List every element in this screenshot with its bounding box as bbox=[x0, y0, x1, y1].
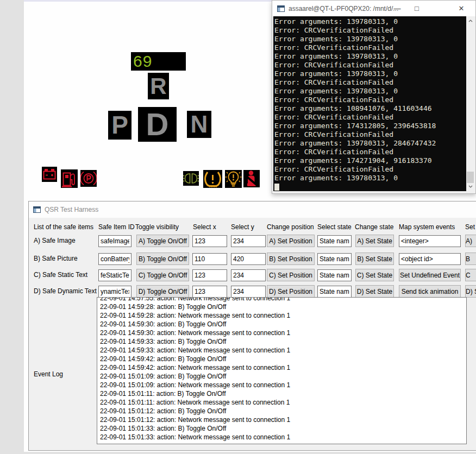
terminal-line: Error arguments: 139780313, 0 bbox=[274, 174, 466, 182]
row-label: C) Safe Static Text bbox=[34, 269, 87, 281]
column-header-map-system-events: Map system events bbox=[399, 223, 455, 231]
column-header-change-state: Change state bbox=[355, 223, 393, 231]
column-header-change-position: Change position bbox=[267, 223, 314, 231]
table-row-safe-dynamic-text: D) Safe Dynamic Text D) Toggle On/Off D)… bbox=[29, 285, 476, 298]
select-y-input[interactable] bbox=[231, 286, 266, 298]
gear-indicator-park: P bbox=[108, 111, 131, 140]
scrollbar-thumb[interactable] bbox=[467, 172, 474, 183]
map-event-input[interactable] bbox=[399, 253, 461, 265]
event-log-line: 22-09-01 14:59:28: action: Network messa… bbox=[100, 311, 466, 320]
column-header-toggle: Toggle visibility bbox=[135, 223, 179, 231]
event-log-line: 22-09-01 14:59:30: action: Network messa… bbox=[100, 329, 466, 337]
event-log-line: 22-09-01 15:01:11: action: Network messa… bbox=[100, 398, 466, 407]
item-id-input[interactable] bbox=[98, 269, 131, 281]
terminal-line: Error arguments: 108941076, 411603446 bbox=[274, 104, 466, 113]
set-s-button-clipped[interactable]: D) S bbox=[465, 285, 476, 298]
terminal-titlebar[interactable]: assaarel@QT-L-PF0QPX20: /mnt/d/... — □ ✕ bbox=[272, 1, 475, 16]
set-state-button[interactable]: A) Set State bbox=[355, 235, 394, 247]
terminal-line: Error: CRCVerificationFailed bbox=[274, 130, 466, 139]
column-header-list: List of the safe items bbox=[34, 223, 93, 231]
terminal-output[interactable]: Error arguments: 139780313, 0Error: CRCV… bbox=[273, 16, 466, 191]
set-position-button[interactable]: B) Set Position bbox=[267, 253, 315, 265]
set-state-button[interactable]: D) Set State bbox=[355, 285, 394, 298]
event-log-line: 22-09-01 14:59:42: action: Network messa… bbox=[100, 363, 466, 372]
scroll-down-icon[interactable] bbox=[466, 182, 474, 191]
toggle-visibility-button[interactable]: A) Toggle On/Off bbox=[136, 235, 189, 247]
select-y-input[interactable] bbox=[231, 269, 266, 281]
terminal-line: Error arguments: 139780313, 0 bbox=[274, 17, 466, 26]
scroll-up-icon[interactable] bbox=[466, 16, 474, 26]
qsr-titlebar[interactable]: QSR Test Harness bbox=[29, 201, 476, 218]
event-log-line: 22-09-01 15:01:33: action: B) Toggle On/… bbox=[100, 424, 466, 433]
row-label: B) Safe Picture bbox=[34, 253, 78, 265]
terminal-line: Error: CRCVerificationFailed bbox=[274, 165, 466, 174]
item-id-input[interactable] bbox=[98, 235, 131, 247]
select-y-input[interactable] bbox=[231, 253, 266, 265]
event-log-line: 22-09-01 14:59:30: action: B) Toggle On/… bbox=[100, 320, 466, 329]
speed-display: 69 bbox=[131, 52, 186, 71]
select-x-input[interactable] bbox=[192, 253, 227, 265]
qsr-window-title: QSR Test Harness bbox=[45, 206, 98, 213]
terminal-line: Error: CRCVerificationFailed bbox=[274, 61, 466, 70]
position-lamps-icon bbox=[183, 171, 199, 186]
bulb-failure-icon bbox=[225, 170, 242, 188]
terminal-line: Error arguments: 139780313, 2846747432 bbox=[274, 139, 466, 148]
column-header-select-y: Select y bbox=[231, 223, 254, 231]
set-state-button[interactable]: B) Set State bbox=[355, 253, 394, 265]
select-x-input[interactable] bbox=[192, 269, 227, 281]
event-log-line: 22-09-01 14:59:42: action: B) Toggle On/… bbox=[100, 355, 466, 363]
map-event-input[interactable] bbox=[399, 235, 461, 247]
gear-indicator-drive: D bbox=[138, 107, 177, 142]
toggle-visibility-button[interactable]: C) Toggle On/Off bbox=[136, 269, 189, 281]
event-log-line: 22-09-01 15:01:33: action: Network messa… bbox=[100, 433, 466, 442]
select-state-input[interactable] bbox=[317, 235, 352, 247]
maximize-button[interactable]: □ bbox=[408, 1, 425, 16]
set-state-button[interactable]: C) Set State bbox=[355, 269, 394, 281]
event-log-line: 22-09-01 15:01:09: action: B) Toggle On/… bbox=[100, 372, 466, 381]
seatbelt-reminder-icon bbox=[243, 170, 260, 187]
select-y-input[interactable] bbox=[231, 235, 266, 247]
select-state-input[interactable] bbox=[317, 269, 352, 281]
close-button[interactable]: ✕ bbox=[453, 1, 470, 16]
item-id-input[interactable] bbox=[98, 253, 131, 265]
terminal-app-icon bbox=[277, 5, 285, 12]
terminal-line: Error: CRCVerificationFailed bbox=[274, 96, 466, 104]
gear-indicator-reverse: R bbox=[148, 73, 169, 99]
low-fuel-icon bbox=[61, 169, 78, 188]
terminal-line: Error arguments: 139780313, 0 bbox=[274, 70, 466, 78]
set-position-button[interactable]: C) Set Position bbox=[267, 269, 315, 281]
send-tick-animation-button[interactable]: Send tick animation bbox=[399, 285, 461, 298]
select-state-input[interactable] bbox=[317, 253, 352, 265]
table-row-safe-picture: B) Safe Picture B) Toggle On/Off B) Set … bbox=[29, 253, 476, 265]
set-s-button-clipped[interactable]: B bbox=[465, 253, 476, 265]
toggle-visibility-button[interactable]: B) Toggle On/Off bbox=[136, 253, 189, 265]
minimize-button[interactable]: — bbox=[389, 1, 406, 16]
event-log[interactable]: 22-09-01 14:57:55: action: Network messa… bbox=[97, 297, 467, 444]
terminal-cursor bbox=[274, 184, 279, 191]
terminal-scrollbar[interactable] bbox=[466, 16, 474, 191]
set-s-button-clipped[interactable]: C bbox=[465, 269, 476, 281]
speed-value: 69 bbox=[131, 52, 152, 70]
terminal-title: assaarel@QT-L-PF0QPX20: /mnt/d/... bbox=[289, 5, 398, 12]
terminal-line: Error arguments: 174271904, 916183370 bbox=[274, 156, 466, 165]
event-log-line: 22-09-01 14:59:33: action: Network messa… bbox=[100, 346, 466, 355]
column-header-select-state: Select state bbox=[317, 223, 352, 231]
set-position-button[interactable]: A) Set Position bbox=[267, 235, 315, 247]
event-log-line: 22-09-01 15:01:11: action: B) Toggle On/… bbox=[100, 389, 466, 398]
select-state-input[interactable] bbox=[317, 286, 352, 298]
select-x-input[interactable] bbox=[192, 286, 227, 298]
table-row-safe-static-text: C) Safe Static Text C) Toggle On/Off C) … bbox=[29, 269, 476, 281]
gear-indicator-neutral: N bbox=[187, 111, 211, 138]
set-position-button[interactable]: D) Set Position bbox=[267, 285, 315, 298]
tire-pressure-warning-icon bbox=[203, 170, 222, 188]
item-id-input[interactable] bbox=[98, 286, 131, 298]
qsr-test-harness-window: QSR Test Harness List of the safe items … bbox=[28, 201, 476, 451]
select-x-input[interactable] bbox=[192, 235, 227, 247]
terminal-line: Error: CRCVerificationFailed bbox=[274, 26, 466, 35]
event-log-line: 22-09-01 15:01:12: action: B) Toggle On/… bbox=[100, 407, 466, 415]
set-undefined-event-button[interactable]: Set Undefined Event bbox=[399, 269, 461, 281]
terminal-window: assaarel@QT-L-PF0QPX20: /mnt/d/... — □ ✕… bbox=[272, 0, 476, 194]
toggle-visibility-button[interactable]: D) Toggle On/Off bbox=[136, 285, 189, 298]
set-s-button-clipped[interactable]: A) bbox=[465, 235, 476, 247]
battery-warning-icon bbox=[42, 167, 57, 182]
